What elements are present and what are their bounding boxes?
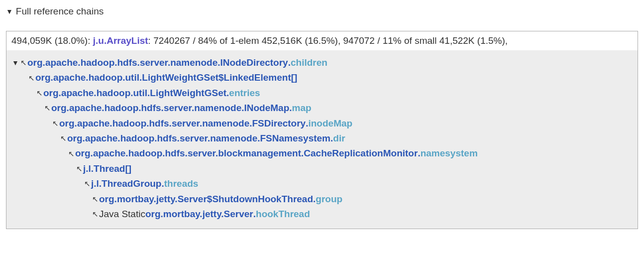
class-link[interactable]: org.apache.hadoop.hdfs.server.namenode.F… bbox=[59, 116, 306, 131]
reference-arrow-icon: ↖ bbox=[91, 193, 99, 205]
reference-arrow-icon: ↖ bbox=[83, 178, 91, 190]
summary-class-link[interactable]: j.u.ArrayList bbox=[93, 35, 148, 46]
field-link[interactable]: entries bbox=[229, 86, 260, 101]
reference-arrow-icon: ↖ bbox=[59, 132, 67, 144]
class-link[interactable]: org.mortbay.jetty.Server$ShutdownHookThr… bbox=[99, 192, 313, 207]
class-link[interactable]: org.apache.hadoop.hdfs.server.namenode.I… bbox=[27, 55, 288, 70]
reference-panel: 494,059K (18.0%): j.u.ArrayList: 7240267… bbox=[6, 31, 638, 229]
tree-row: ↖org.apache.hadoop.hdfs.server.namenode.… bbox=[11, 116, 633, 131]
class-link[interactable]: org.apache.hadoop.hdfs.server.blockmanag… bbox=[75, 146, 418, 161]
reference-arrow-icon: ↖ bbox=[27, 72, 35, 84]
tree-row: ↖j.l.Thread[] bbox=[11, 161, 633, 176]
expand-toggle-icon[interactable]: ▼ bbox=[11, 57, 19, 68]
field-link[interactable]: group bbox=[316, 192, 342, 207]
reference-arrow-icon: ↖ bbox=[91, 208, 99, 220]
class-link[interactable]: org.apache.hadoop.util.LightWeightGSet$L… bbox=[35, 70, 297, 85]
summary-size: 494,059K bbox=[11, 35, 52, 46]
reference-arrow-icon: ↖ bbox=[43, 102, 51, 114]
reference-arrow-icon: ↖ bbox=[75, 163, 83, 175]
node-prefix: Java Static bbox=[99, 207, 145, 222]
summary-tail: : 7240267 / 84% of 1-elem 452,516K (16.5… bbox=[148, 35, 508, 46]
reference-arrow-icon: ↖ bbox=[67, 148, 75, 160]
class-link[interactable]: org.apache.hadoop.hdfs.server.namenode.I… bbox=[51, 101, 289, 116]
tree-row: ↖org.apache.hadoop.hdfs.server.namenode.… bbox=[11, 101, 633, 116]
disclosure-triangle-icon: ▼ bbox=[6, 7, 13, 15]
tree-row: ↖org.apache.hadoop.hdfs.server.namenode.… bbox=[11, 131, 633, 146]
field-link[interactable]: children bbox=[291, 55, 327, 70]
tree-row: ↖org.apache.hadoop.util.LightWeightGSet$… bbox=[11, 70, 633, 85]
section-header[interactable]: ▼ Full reference chains bbox=[6, 6, 638, 17]
class-link[interactable]: org.mortbay.jetty.Server bbox=[145, 207, 253, 222]
class-link[interactable]: j.l.Thread[] bbox=[83, 161, 131, 176]
summary-pct: (18.0%) bbox=[55, 35, 88, 46]
class-link[interactable]: j.l.ThreadGroup bbox=[91, 176, 161, 191]
tree-row: ↖org.mortbay.jetty.Server$ShutdownHookTh… bbox=[11, 192, 633, 207]
reference-arrow-icon: ↖ bbox=[35, 87, 43, 99]
field-link[interactable]: namesystem bbox=[421, 146, 478, 161]
tree-row: ↖org.apache.hadoop.util.LightWeightGSet.… bbox=[11, 86, 633, 101]
class-link[interactable]: org.apache.hadoop.util.LightWeightGSet bbox=[43, 86, 226, 101]
tree-row: ▼↖org.apache.hadoop.hdfs.server.namenode… bbox=[11, 55, 633, 70]
class-link[interactable]: org.apache.hadoop.hdfs.server.namenode.F… bbox=[67, 131, 330, 146]
summary-line: 494,059K (18.0%): j.u.ArrayList: 7240267… bbox=[6, 31, 638, 50]
tree-row: ↖Java Static org.mortbay.jetty.Server.ho… bbox=[11, 207, 633, 222]
field-link[interactable]: dir bbox=[333, 131, 345, 146]
tree-row: ↖j.l.ThreadGroup.threads bbox=[11, 176, 633, 191]
field-link[interactable]: map bbox=[292, 101, 312, 116]
field-link[interactable]: inodeMap bbox=[308, 116, 352, 131]
section-title: Full reference chains bbox=[16, 6, 104, 17]
reference-tree: ▼↖org.apache.hadoop.hdfs.server.namenode… bbox=[6, 50, 638, 229]
field-link[interactable]: threads bbox=[164, 176, 199, 191]
reference-arrow-icon: ↖ bbox=[19, 57, 27, 69]
tree-row: ↖org.apache.hadoop.hdfs.server.blockmana… bbox=[11, 146, 633, 161]
reference-arrow-icon: ↖ bbox=[51, 118, 59, 129]
field-link[interactable]: hookThread bbox=[256, 207, 310, 222]
